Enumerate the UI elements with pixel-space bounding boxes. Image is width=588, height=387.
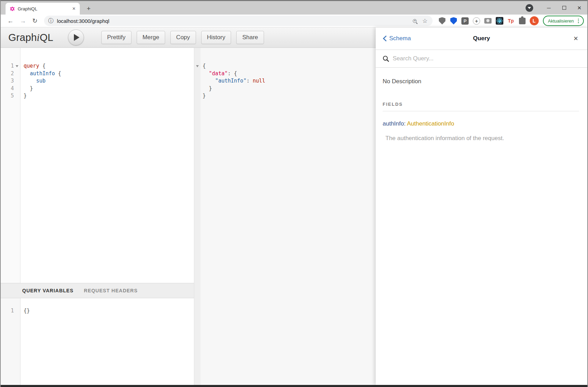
code-line: } [203, 92, 376, 100]
line-number: 4 [1, 85, 14, 93]
field-colon: : [404, 120, 406, 127]
share-button[interactable]: Share [236, 31, 264, 44]
fold-arrow-icon [16, 65, 18, 67]
browser-status-chevron-icon[interactable] [526, 4, 533, 12]
field-description: The authentication information of the re… [383, 135, 579, 142]
code-line: } [24, 85, 194, 93]
play-icon [74, 34, 79, 41]
code-line: { [203, 62, 376, 70]
url-text[interactable]: localhost:3000/graphql [57, 18, 413, 24]
code-line: } [203, 85, 376, 93]
query-variables-editor[interactable]: 1 {} [1, 298, 194, 385]
maximize-icon [562, 6, 566, 10]
code-line: "data": { [203, 70, 376, 78]
code-line: sub [24, 77, 194, 85]
camera-icon [484, 18, 492, 24]
taskbar-edge [1, 385, 587, 387]
result-panel: { "data": { "authInfo": null } } [194, 48, 376, 385]
back-button[interactable]: ← [4, 17, 17, 25]
field-type-link[interactable]: AuthenticationInfo [407, 120, 454, 127]
doc-explorer: Query Schema ✕ No Description FIELDS aut… [376, 27, 587, 385]
code-line: {} [24, 307, 194, 315]
tab-close-icon[interactable]: ✕ [71, 6, 77, 12]
browser-titlebar: GraphiQL ✕ + ─ ✕ [1, 0, 587, 15]
graphiql-toolbar: GraphiQL Prettify Merge Copy History Sha… [1, 27, 376, 48]
field-name-link[interactable]: authInfo [383, 120, 404, 127]
maximize-button[interactable] [559, 5, 569, 11]
line-number: 1 [1, 307, 14, 315]
fold-arrow-icon [196, 65, 199, 67]
execute-query-button[interactable] [68, 29, 84, 45]
update-label: Aktualisieren [548, 18, 574, 24]
tp-badge: Tp [508, 18, 514, 24]
doc-explorer-header: Query Schema ✕ [376, 27, 587, 50]
minimize-button[interactable]: ─ [544, 5, 554, 11]
browser-menu-icon[interactable]: ⋮ [576, 18, 581, 24]
browser-tab-graphiql[interactable]: GraphiQL ✕ [6, 3, 80, 15]
react-devtools-extension-icon[interactable] [495, 17, 504, 25]
secondary-editor-tabs: QUERY VARIABLES REQUEST HEADERS [1, 283, 194, 298]
browser-update-button[interactable]: Aktualisieren ⋮ [543, 16, 584, 26]
puzzle-icon [519, 18, 526, 24]
history-button[interactable]: History [201, 31, 231, 44]
extensions-puzzle-icon[interactable] [518, 17, 527, 25]
code-line: } [24, 92, 194, 100]
query-editor[interactable]: 1 2 3 4 5 query { authInfo { sub } } [1, 48, 194, 283]
extensions-row: P + Tp L [438, 16, 539, 25]
site-info-icon[interactable]: ⓘ [48, 17, 54, 25]
move-extension-icon[interactable]: + [472, 17, 481, 25]
variables-editor-gutter: 1 [1, 298, 20, 385]
doc-search-input[interactable] [393, 55, 587, 62]
window-close-button[interactable]: ✕ [574, 5, 585, 11]
fold-toggle[interactable] [194, 62, 201, 70]
shield-icon [450, 17, 457, 25]
reload-button[interactable]: ↻ [29, 17, 41, 25]
zoom-icon[interactable]: + [413, 19, 417, 23]
doc-back-link[interactable]: Schema [383, 35, 411, 42]
ublock-extension-icon[interactable] [438, 17, 446, 25]
url-bar[interactable]: ⓘ localhost:3000/graphql + ☆ [44, 16, 432, 26]
browser-window: GraphiQL ✕ + ─ ✕ ← → ↻ ⓘ localhost:3000/… [0, 0, 588, 387]
new-tab-button[interactable]: + [84, 4, 93, 13]
move-icon: + [473, 17, 480, 25]
doc-explorer-close-button[interactable]: ✕ [573, 35, 578, 42]
graphql-favicon-icon [10, 6, 15, 11]
graphiql-logo: GraphiQL [8, 32, 53, 43]
forward-button[interactable]: → [17, 17, 29, 25]
fold-toggle[interactable] [14, 62, 20, 70]
result-viewer: { "data": { "authInfo": null } } [201, 48, 376, 385]
line-number: 3 [1, 77, 14, 85]
tab-title: GraphiQL [18, 6, 71, 11]
tab-request-headers[interactable]: REQUEST HEADERS [84, 288, 138, 293]
copy-button[interactable]: Copy [170, 31, 196, 44]
code-line: query { [24, 62, 194, 70]
line-number: 2 [1, 70, 14, 78]
doc-search-row [376, 50, 587, 68]
shield-icon [439, 17, 445, 25]
bitwarden-extension-icon[interactable] [450, 17, 458, 25]
browser-navbar: ← → ↻ ⓘ localhost:3000/graphql + ☆ P + T… [1, 15, 587, 27]
tab-query-variables[interactable]: QUERY VARIABLES [22, 288, 74, 293]
profile-avatar[interactable]: L [530, 16, 539, 25]
type-description: No Description [383, 78, 579, 85]
field-row: authInfo: AuthenticationInfo [383, 120, 579, 127]
screenshot-extension-icon[interactable] [484, 17, 492, 25]
line-number: 5 [1, 92, 14, 100]
result-gutter [194, 48, 201, 385]
prettify-button[interactable]: Prettify [101, 31, 131, 44]
line-number: 1 [1, 62, 14, 70]
chevron-down-icon [528, 7, 531, 9]
react-icon [496, 17, 503, 25]
code-line: authInfo { [24, 70, 194, 78]
fields-section-title: FIELDS [383, 102, 579, 111]
p-extension-icon[interactable]: P [461, 17, 469, 25]
query-editor-gutter: 1 2 3 4 5 [1, 48, 20, 283]
doc-back-label: Schema [389, 35, 411, 42]
code-line: "authInfo": null [203, 77, 376, 85]
tampermonkey-extension-icon[interactable]: Tp [507, 17, 515, 25]
merge-button[interactable]: Merge [137, 31, 165, 44]
bookmark-star-icon[interactable]: ☆ [422, 17, 427, 25]
search-icon [383, 55, 389, 62]
letter-badge: P [461, 17, 469, 25]
doc-explorer-contents: No Description FIELDS authInfo: Authenti… [376, 68, 587, 142]
